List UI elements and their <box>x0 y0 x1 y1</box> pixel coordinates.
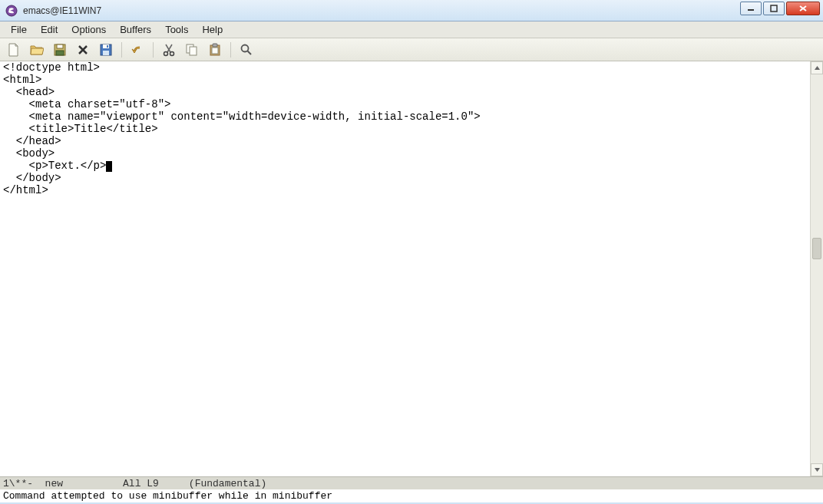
menubar: File Edit Options Buffers Tools Help <box>0 21 823 38</box>
cut-icon[interactable] <box>160 41 178 59</box>
menu-options[interactable]: Options <box>65 22 112 37</box>
minibuffer-message: Command attempted to use minibuffer whil… <box>3 490 332 502</box>
svg-rect-13 <box>107 45 108 48</box>
menu-tools[interactable]: Tools <box>159 22 194 37</box>
svg-rect-7 <box>56 51 64 55</box>
menu-file[interactable]: File <box>5 22 33 37</box>
window-controls <box>740 2 820 15</box>
svg-rect-6 <box>57 44 63 48</box>
svg-rect-12 <box>103 51 109 55</box>
undo-icon[interactable] <box>128 41 147 59</box>
save-as-dir-icon[interactable] <box>51 41 69 59</box>
maximize-button[interactable] <box>763 2 785 15</box>
modeline-spacer <box>159 478 189 489</box>
copy-icon[interactable] <box>183 41 201 59</box>
emacs-app-icon <box>5 4 18 18</box>
close-x-icon[interactable] <box>74 41 92 59</box>
new-file-icon[interactable] <box>5 41 23 59</box>
close-button[interactable] <box>786 2 820 15</box>
svg-rect-2 <box>771 5 777 12</box>
modeline-major-mode: (Fundamental) <box>189 478 266 489</box>
window-titlebar: emacs@IE11WIN7 <box>0 0 823 21</box>
scrollbar-track[interactable] <box>811 74 823 463</box>
menu-help[interactable]: Help <box>196 22 229 37</box>
text-buffer[interactable]: <!doctype html> <html> <head> <meta char… <box>0 61 810 476</box>
scrollbar-thumb[interactable] <box>812 238 821 259</box>
window-title: emacs@IE11WIN7 <box>23 5 101 16</box>
svg-point-16 <box>164 51 168 55</box>
scroll-up-icon[interactable] <box>811 61 823 74</box>
svg-point-23 <box>242 44 249 51</box>
svg-rect-19 <box>190 47 197 55</box>
toolbar-separator <box>153 42 154 58</box>
text-cursor <box>106 161 112 172</box>
menu-buffers[interactable]: Buffers <box>114 22 157 37</box>
menu-edit[interactable]: Edit <box>35 22 64 37</box>
svg-line-24 <box>248 51 252 54</box>
vertical-scrollbar[interactable] <box>810 61 823 476</box>
paste-icon[interactable] <box>206 41 224 59</box>
modeline-spacer <box>63 478 123 489</box>
open-folder-icon[interactable] <box>28 41 46 59</box>
toolbar <box>0 38 823 61</box>
mode-line[interactable]: 1\**- new All L9 (Fundamental) <box>0 476 823 489</box>
editor-area: <!doctype html> <html> <head> <meta char… <box>0 61 823 476</box>
minimize-button[interactable] <box>740 2 762 15</box>
scroll-down-icon[interactable] <box>811 463 823 476</box>
svg-point-0 <box>6 5 17 16</box>
toolbar-separator <box>230 42 231 58</box>
svg-point-17 <box>170 51 174 55</box>
save-floppy-icon[interactable] <box>97 41 115 59</box>
modeline-position: All L9 <box>123 478 159 489</box>
search-icon[interactable] <box>237 41 256 59</box>
svg-rect-22 <box>212 48 218 54</box>
modeline-buffer-status: 1\**- new <box>3 478 63 489</box>
toolbar-separator <box>121 42 122 58</box>
minibuffer[interactable]: Command attempted to use minibuffer whil… <box>0 489 823 502</box>
svg-rect-21 <box>213 44 217 47</box>
